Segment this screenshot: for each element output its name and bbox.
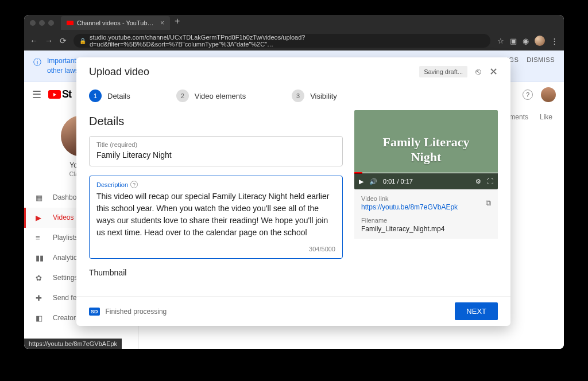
new-tab-button[interactable]: + (175, 16, 180, 30)
play-icon[interactable]: ▶ (359, 178, 363, 185)
character-count: 304/5000 (96, 246, 335, 252)
step-label: Details (107, 92, 130, 100)
send-feedback-icon[interactable]: ⎋ (475, 67, 481, 77)
dashboard-icon: ▦ (36, 193, 45, 202)
youtube-favicon (67, 21, 74, 25)
chrome-menu-icon[interactable]: ⋮ (551, 37, 558, 45)
step-label: Visibility (310, 92, 337, 100)
video-link-label: Video link (361, 195, 491, 202)
step-label: Video elements (195, 92, 246, 100)
copy-icon[interactable]: ⧉ (486, 199, 491, 208)
filename-label: Filename (361, 217, 491, 224)
tab-likes[interactable]: Like (540, 113, 552, 121)
user-avatar[interactable] (541, 87, 556, 102)
status-bar-link: https://youtu.be/8m7eGVbAEpk (24, 339, 122, 349)
upload-stepper: 1 Details 2 Video elements 3 Visibility (76, 81, 510, 110)
title-field-label: Title (required) (96, 141, 335, 148)
step-number: 1 (89, 90, 102, 102)
profile-avatar[interactable] (535, 36, 545, 46)
sidebar-item-label: Settings (53, 274, 78, 282)
dismiss-button[interactable]: DISMISS (527, 56, 555, 63)
analytics-icon: ▮▮ (36, 254, 45, 262)
step-number: 2 (176, 90, 189, 102)
filename-value: Family_Literacy_Night.mp4 (361, 225, 491, 233)
description-textarea[interactable] (96, 190, 335, 241)
close-tab-icon[interactable]: × (160, 19, 164, 27)
lock-icon: 🔒 (79, 38, 86, 44)
settings-icon: ✿ (36, 274, 45, 282)
volume-icon[interactable]: 🔊 (369, 178, 377, 185)
title-input[interactable] (96, 150, 335, 160)
settings-gear-icon[interactable]: ⚙ (475, 178, 481, 185)
sidebar-item-label: Videos (53, 213, 74, 221)
youtube-studio-logo[interactable]: St (48, 88, 71, 100)
thumbnail-section-label: Thumbnail (89, 268, 343, 277)
extension-icon[interactable]: ▣ (510, 37, 517, 45)
upload-video-modal: Upload video Saving draft... ⎋ ✕ 1 Detai… (76, 57, 510, 326)
browser-tab[interactable]: Channel videos - YouTube Studi… × (61, 16, 170, 30)
step-number: 3 (292, 90, 304, 102)
description-field-label: Description (96, 181, 128, 188)
fullscreen-icon[interactable]: ⛶ (487, 178, 493, 185)
back-icon[interactable]: ← (30, 36, 38, 45)
star-icon[interactable]: ☆ (497, 37, 504, 45)
step-details[interactable]: 1 Details (89, 90, 130, 102)
youtube-icon (48, 90, 61, 99)
video-link[interactable]: https://youtu.be/8m7eGVbAEpk (361, 203, 491, 211)
playlists-icon: ≡ (36, 234, 45, 242)
video-time: 0:01 / 0:17 (383, 178, 413, 185)
classic-icon: ◧ (36, 314, 45, 322)
url-text: studio.youtube.com/channel/UCxTDLakGermT… (90, 34, 485, 48)
reload-icon[interactable]: ⟳ (60, 36, 67, 45)
traffic-light-min[interactable] (39, 20, 45, 26)
sd-badge: SD (89, 308, 100, 316)
saving-draft-badge: Saving draft... (419, 66, 467, 77)
section-title-details: Details (89, 115, 343, 128)
title-field[interactable]: Title (required) (89, 136, 343, 166)
address-bar[interactable]: 🔒 studio.youtube.com/channel/UCxTDLakGer… (74, 34, 490, 48)
hamburger-icon[interactable]: ☰ (32, 88, 41, 101)
processing-status: Finished processing (106, 308, 455, 316)
close-icon[interactable]: ✕ (489, 65, 498, 78)
studio-text: St (62, 88, 71, 100)
extension-icon-2[interactable]: ◉ (523, 37, 529, 45)
forward-icon[interactable]: → (45, 36, 53, 45)
videos-icon: ▶ (36, 213, 45, 222)
video-thumbnail-title: Family LiteracyNight (383, 135, 470, 165)
step-visibility[interactable]: 3 Visibility (292, 90, 337, 102)
description-field[interactable]: Description ? 304/5000 (89, 176, 343, 259)
help-icon[interactable]: ? (130, 181, 138, 188)
sidebar-item-label: Playlists (53, 234, 78, 242)
next-button[interactable]: NEXT (455, 302, 498, 320)
step-video-elements[interactable]: 2 Video elements (176, 90, 246, 102)
traffic-light-close[interactable] (30, 20, 36, 26)
window-titlebar: Channel videos - YouTube Studi… × + (24, 15, 564, 31)
info-icon: ⓘ (33, 57, 41, 68)
traffic-light-max[interactable] (48, 20, 54, 26)
help-icon[interactable]: ? (523, 90, 533, 100)
video-preview[interactable]: Family LiteracyNight ▶ 🔊 0:01 / 0:17 ⚙ ⛶ (354, 110, 498, 189)
tab-title: Channel videos - YouTube Studi… (77, 20, 157, 26)
modal-title: Upload video (89, 66, 419, 78)
feedback-icon: ✚ (36, 294, 45, 302)
